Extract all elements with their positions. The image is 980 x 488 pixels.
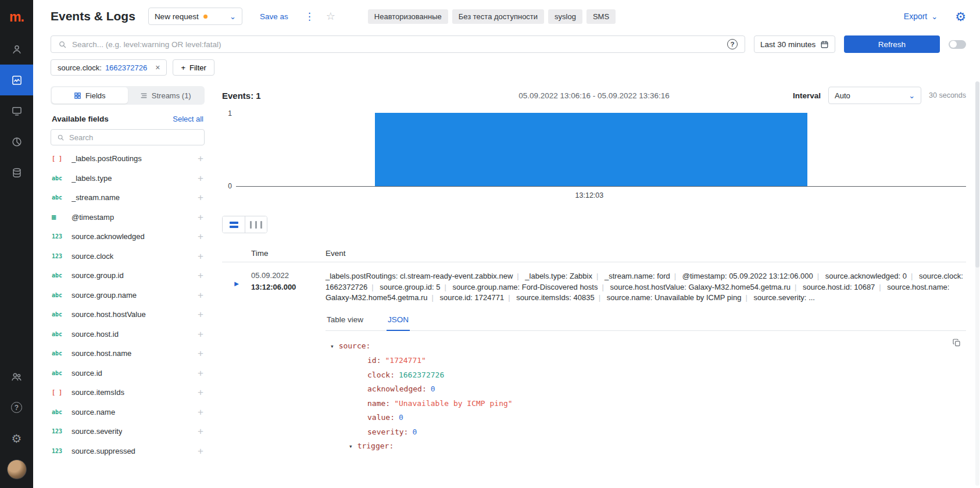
event-time: 13:12:06.000 xyxy=(251,283,319,291)
database-icon xyxy=(11,167,23,179)
field-list-item[interactable]: [ ] _labels.postRoutings + xyxy=(51,149,205,169)
export-button[interactable]: Export ⌄ xyxy=(904,12,938,21)
field-list-item[interactable]: 123 source.severity + xyxy=(51,422,205,441)
histogram-bar[interactable] xyxy=(375,113,808,186)
field-list-item[interactable]: abc source.host.id + xyxy=(51,325,205,344)
add-field-button[interactable]: + xyxy=(198,212,203,222)
add-field-button[interactable]: + xyxy=(198,407,203,417)
add-field-button[interactable]: + xyxy=(198,251,203,261)
pair-separator: | xyxy=(592,272,602,280)
field-list-item[interactable]: abc source.name + xyxy=(51,402,205,422)
sidebar-item-settings[interactable]: ⚙ xyxy=(0,423,33,454)
field-list-item[interactable]: abc source.host.name + xyxy=(51,344,205,364)
search-input[interactable] xyxy=(72,40,722,49)
sidebar-item-users[interactable] xyxy=(0,361,33,392)
json-value: 1662372726 xyxy=(399,371,444,379)
add-filter-button[interactable]: + Filter xyxy=(173,59,214,76)
search-help-icon[interactable]: ? xyxy=(727,39,738,49)
query-tag[interactable]: Неавторизованные xyxy=(368,9,448,24)
field-list-item[interactable]: abc _labels.type + xyxy=(51,169,205,188)
field-list-item[interactable]: abc source.group.name + xyxy=(51,286,205,305)
tab-streams[interactable]: Streams (1) xyxy=(128,87,204,104)
field-list-item[interactable]: 123 source.acknowledged + xyxy=(51,227,205,247)
interval-select[interactable]: Auto ⌄ xyxy=(828,87,921,104)
request-select[interactable]: New request ⌄ xyxy=(148,8,242,25)
sidebar-item-storage[interactable] xyxy=(0,157,33,188)
json-key: name: xyxy=(367,399,390,408)
field-list-item[interactable]: 123 source.clock + xyxy=(51,247,205,266)
json-value: 0 xyxy=(412,428,417,436)
field-list-item[interactable]: abc source.host.hostValue + xyxy=(51,305,205,325)
field-list-item[interactable]: ▦ @timestamp + xyxy=(51,208,205,227)
add-field-button[interactable]: + xyxy=(198,270,203,280)
detail-gutter xyxy=(222,311,251,459)
json-expander-icon[interactable]: ▾ xyxy=(349,443,353,450)
scrollbar-thumb[interactable] xyxy=(975,81,979,268)
time-range-button[interactable]: Last 30 minutes xyxy=(754,35,835,53)
row-view-button[interactable] xyxy=(223,216,245,233)
save-as-link[interactable]: Save as xyxy=(260,12,288,21)
search-row: ? Last 30 minutes Refresh xyxy=(33,33,980,56)
field-type-icon: abc xyxy=(52,311,66,318)
favorite-star-button[interactable]: ☆ xyxy=(326,10,335,23)
field-list-item[interactable]: 123 source.suppressed + xyxy=(51,441,205,461)
add-field-button[interactable]: + xyxy=(198,348,203,358)
live-toggle[interactable] xyxy=(949,40,966,49)
settings-gear-button[interactable]: ⚙ xyxy=(955,10,966,23)
field-list-item[interactable]: abc source.id + xyxy=(51,364,205,383)
add-field-button[interactable]: + xyxy=(198,173,203,183)
interval-hint: 30 seconds xyxy=(929,91,966,99)
add-field-button[interactable]: + xyxy=(198,154,203,163)
row-expander-icon[interactable]: ▶ xyxy=(222,271,251,287)
add-field-button[interactable]: + xyxy=(198,446,203,456)
sidebar-avatar-item[interactable] xyxy=(0,454,33,485)
sidebar-item-monitor[interactable] xyxy=(0,95,33,126)
select-all-link[interactable]: Select all xyxy=(173,115,203,123)
add-field-button[interactable]: + xyxy=(198,193,203,202)
close-icon[interactable]: × xyxy=(155,63,160,72)
plus-icon: + xyxy=(181,63,185,72)
tab-table-view[interactable]: Table view xyxy=(326,311,364,330)
field-list-item[interactable]: abc _stream.name + xyxy=(51,188,205,208)
refresh-button[interactable]: Refresh xyxy=(844,35,940,53)
sidebar-item-profile[interactable] xyxy=(0,34,33,65)
filter-chip-key: source.clock: xyxy=(58,63,102,72)
fields-search-input[interactable] xyxy=(69,133,198,142)
add-field-button[interactable]: + xyxy=(198,387,203,397)
columns-icon xyxy=(255,221,257,229)
help-icon: ? xyxy=(11,402,22,413)
sidebar-item-events-logs[interactable] xyxy=(0,65,33,95)
tab-json[interactable]: JSON xyxy=(387,311,410,331)
query-tag[interactable]: SMS xyxy=(586,9,616,24)
column-view-button[interactable] xyxy=(245,216,267,233)
kebab-menu-button[interactable]: ⋮ xyxy=(305,10,314,23)
search-icon xyxy=(57,134,65,141)
field-type-icon: [ ] xyxy=(52,389,66,396)
copy-button[interactable] xyxy=(952,338,961,347)
tab-fields[interactable]: Fields xyxy=(52,87,128,104)
app-logo[interactable]: m. xyxy=(9,0,24,34)
add-field-button[interactable]: + xyxy=(198,290,203,300)
field-list-item[interactable]: abc source.group.id + xyxy=(51,266,205,286)
query-tag[interactable]: syslog xyxy=(548,9,582,24)
json-key: trigger: xyxy=(357,441,394,450)
table-row[interactable]: ▶ 05.09.2022 13:12:06.000 _labels.postRo… xyxy=(222,262,966,311)
add-field-button[interactable]: + xyxy=(198,231,203,241)
json-value: 0 xyxy=(399,413,403,422)
add-field-button[interactable]: + xyxy=(198,309,203,319)
field-list-item[interactable]: [ ] source.itemsIds + xyxy=(51,383,205,402)
filter-chip[interactable]: source.clock: 1662372726 × xyxy=(51,59,167,76)
field-name: source.group.id xyxy=(71,271,124,280)
field-name: source.clock xyxy=(71,252,113,261)
sidebar-item-help[interactable]: ? xyxy=(0,392,33,423)
field-type-icon: abc xyxy=(52,292,66,298)
add-field-button[interactable]: + xyxy=(198,329,203,339)
add-field-button[interactable]: + xyxy=(198,426,203,436)
json-expander-icon[interactable]: ▾ xyxy=(330,343,334,350)
json-value: "Unavailable by ICMP ping" xyxy=(394,399,513,408)
query-tag[interactable]: Без теста доступности xyxy=(452,9,544,24)
add-field-button[interactable]: + xyxy=(198,368,203,378)
event-field-pair: source.group.id: 5| xyxy=(380,283,450,291)
scrollbar[interactable] xyxy=(975,81,979,486)
sidebar-item-analytics[interactable] xyxy=(0,126,33,157)
